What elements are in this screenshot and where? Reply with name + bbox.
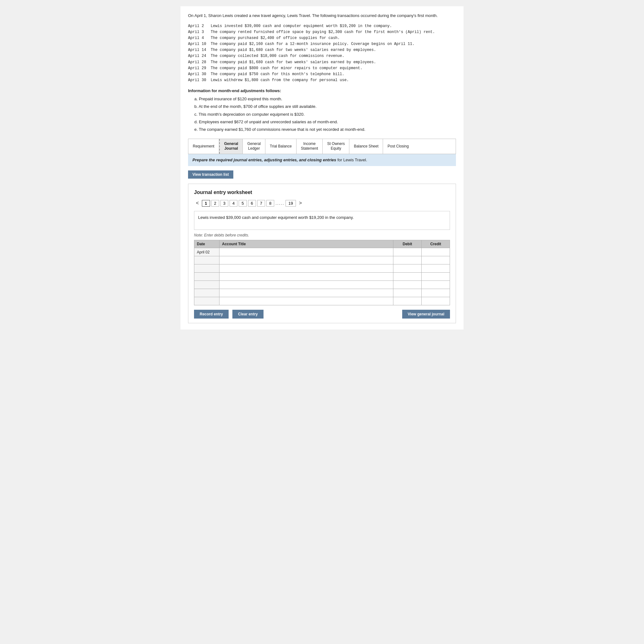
- transaction-line: April 14 The company paid $1,680 cash fo…: [188, 47, 456, 53]
- tab-item-general-journal[interactable]: General Journal: [219, 139, 243, 154]
- debit-cell[interactable]: [393, 248, 422, 256]
- account-title-input[interactable]: [222, 258, 391, 263]
- debit-input[interactable]: [396, 266, 419, 271]
- adjustment-item: e. The company earned $1,760 of commissi…: [194, 126, 456, 133]
- transaction-line: April 28 The company paid $1,680 cash fo…: [188, 59, 456, 65]
- debit-input[interactable]: [396, 275, 419, 279]
- pagination-page-6[interactable]: 6: [248, 200, 256, 207]
- pagination-page-7[interactable]: 7: [257, 200, 265, 207]
- account-title-input[interactable]: [222, 275, 391, 279]
- table-row: [194, 273, 450, 281]
- debit-input[interactable]: [396, 299, 419, 303]
- credit-cell[interactable]: [422, 281, 450, 289]
- pagination-page-1[interactable]: 1: [202, 200, 210, 207]
- date-cell: [194, 289, 219, 297]
- credit-input[interactable]: [424, 283, 447, 287]
- transaction-line: April 4 The company purchased $2,400 of …: [188, 35, 456, 41]
- credit-cell[interactable]: [422, 273, 450, 281]
- clear-entry-button[interactable]: Clear entry: [232, 310, 264, 319]
- pagination-page-19[interactable]: 19: [286, 200, 296, 207]
- pagination-page-5[interactable]: 5: [239, 200, 247, 207]
- credit-cell[interactable]: [422, 264, 450, 273]
- tab-item-income-statement[interactable]: Income Statement: [297, 139, 323, 154]
- col-account: Account Title: [219, 240, 393, 248]
- transaction-line: April 30 Lewis withdrew $1,800 cash from…: [188, 77, 456, 83]
- record-entry-button[interactable]: Record entry: [194, 310, 229, 319]
- account-title-input[interactable]: [222, 250, 391, 254]
- date-cell: [194, 297, 219, 305]
- adjustments-header: Information for month-end adjustments fo…: [188, 88, 456, 93]
- tab-item-general-ledger[interactable]: General Ledger: [243, 139, 265, 154]
- pagination-page-4[interactable]: 4: [230, 200, 237, 207]
- intro-text: On April 1, Sharon Lewis created a new t…: [188, 13, 456, 19]
- pagination-prev[interactable]: <: [194, 200, 201, 207]
- account-input-cell[interactable]: [219, 281, 393, 289]
- entry-table: Date Account Title Debit Credit April 02: [194, 240, 450, 305]
- account-title-input[interactable]: [222, 299, 391, 303]
- credit-input[interactable]: [424, 299, 447, 303]
- adjustment-item: a. Prepaid insurance of $120 expired thi…: [194, 96, 456, 103]
- account-input-cell[interactable]: [219, 256, 393, 264]
- date-cell: [194, 281, 219, 289]
- credit-cell[interactable]: [422, 297, 450, 305]
- account-title-input[interactable]: [222, 291, 391, 295]
- tab-item-requirement[interactable]: Requirement: [188, 139, 219, 154]
- debit-cell[interactable]: [393, 289, 422, 297]
- tab-item-st-owners-equity[interactable]: St Owners Equity: [323, 139, 349, 154]
- tab-item-balance-sheet[interactable]: Balance Sheet: [349, 139, 383, 154]
- account-title-input[interactable]: [222, 283, 391, 287]
- credit-cell[interactable]: [422, 256, 450, 264]
- worksheet-title: Journal entry worksheet: [194, 190, 450, 195]
- debit-cell[interactable]: [393, 264, 422, 273]
- credit-input[interactable]: [424, 275, 447, 279]
- credit-input[interactable]: [424, 291, 447, 295]
- worksheet-container: Journal entry worksheet <12345678.....19…: [188, 184, 456, 323]
- account-input-cell[interactable]: [219, 289, 393, 297]
- col-date: Date: [194, 240, 219, 248]
- tab-navigation: RequirementGeneral JournalGeneral Ledger…: [188, 139, 456, 154]
- table-row: April 02: [194, 248, 450, 256]
- table-row: [194, 256, 450, 264]
- pagination-page-8[interactable]: 8: [266, 200, 274, 207]
- credit-input[interactable]: [424, 250, 447, 254]
- account-input-cell[interactable]: [219, 264, 393, 273]
- instruction-rest: for Lewis Travel.: [337, 158, 367, 162]
- transaction-line: April 10 The company paid $2,160 cash fo…: [188, 41, 456, 47]
- debit-input[interactable]: [396, 258, 419, 263]
- instruction-text: Prepare the required journal entries, ad…: [192, 158, 367, 162]
- account-input-cell[interactable]: [219, 248, 393, 256]
- credit-cell[interactable]: [422, 289, 450, 297]
- note-text: Note: Enter debits before credits.: [194, 233, 450, 237]
- debit-cell[interactable]: [393, 281, 422, 289]
- debit-cell[interactable]: [393, 256, 422, 264]
- table-row: [194, 264, 450, 273]
- pagination: <12345678.....19>: [194, 200, 450, 207]
- account-input-cell[interactable]: [219, 273, 393, 281]
- table-row: [194, 289, 450, 297]
- debit-cell[interactable]: [393, 273, 422, 281]
- debit-input[interactable]: [396, 291, 419, 295]
- instruction-bar: Prepare the required journal entries, ad…: [188, 154, 456, 166]
- instruction-bold: Prepare the required journal entries, ad…: [192, 158, 336, 162]
- debit-cell[interactable]: [393, 297, 422, 305]
- pagination-next[interactable]: >: [297, 200, 304, 207]
- button-row: Record entry Clear entry View general jo…: [194, 310, 450, 319]
- tab-item-post-closing[interactable]: Post Closing: [383, 139, 413, 154]
- date-cell: [194, 256, 219, 264]
- credit-cell[interactable]: [422, 248, 450, 256]
- pagination-page-3[interactable]: 3: [220, 200, 228, 207]
- credit-input[interactable]: [424, 258, 447, 263]
- adjustments-list: a. Prepaid insurance of $120 expired thi…: [188, 96, 456, 133]
- table-row: [194, 297, 450, 305]
- view-general-journal-button[interactable]: View general journal: [402, 310, 450, 319]
- account-input-cell[interactable]: [219, 297, 393, 305]
- debit-input[interactable]: [396, 283, 419, 287]
- transactions-block: April 2 Lewis invested $39,000 cash and …: [188, 23, 456, 84]
- view-transaction-list-button[interactable]: View transaction list: [188, 170, 233, 179]
- tab-item-trial-balance[interactable]: Trial Balance: [265, 139, 297, 154]
- date-cell: [194, 264, 219, 273]
- pagination-page-2[interactable]: 2: [211, 200, 219, 207]
- credit-input[interactable]: [424, 266, 447, 271]
- debit-input[interactable]: [396, 250, 419, 254]
- account-title-input[interactable]: [222, 266, 391, 271]
